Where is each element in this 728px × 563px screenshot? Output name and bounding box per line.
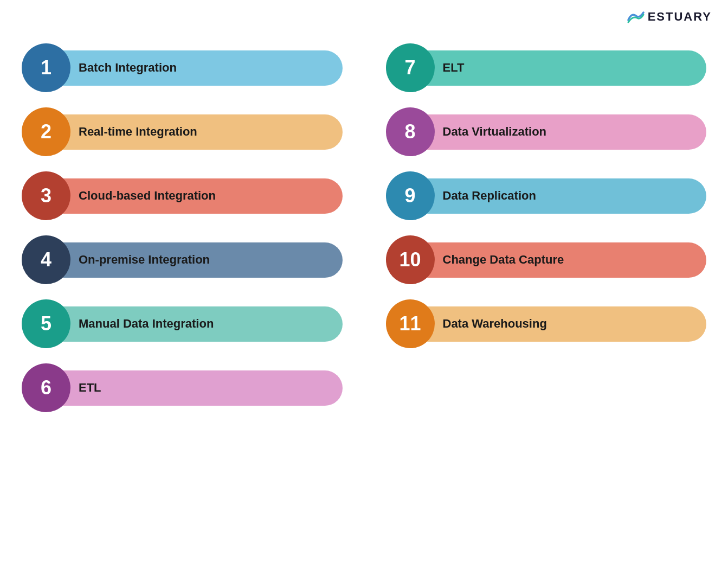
item-number-6: 6 xyxy=(22,363,70,412)
item-label-3: Cloud-based Integration xyxy=(46,178,343,214)
item-number-10: 10 xyxy=(386,235,435,284)
main-content: 1 Batch Integration 2 Real-time Integrat… xyxy=(0,11,728,434)
list-item: 6 ETL xyxy=(22,363,343,412)
item-label-8: Data Virtualization xyxy=(410,114,707,150)
list-item: 9 Data Replication xyxy=(386,171,707,220)
item-number-4: 4 xyxy=(22,235,70,284)
list-item: 4 On-premise Integration xyxy=(22,235,343,284)
estuary-logo-icon xyxy=(627,10,645,23)
list-item: 1 Batch Integration xyxy=(22,43,343,92)
list-item: 10 Change Data Capture xyxy=(386,235,707,284)
logo-text: ESTUARY xyxy=(648,10,712,24)
item-label-5: Manual Data Integration xyxy=(46,306,343,342)
list-item: 5 Manual Data Integration xyxy=(22,299,343,348)
item-number-5: 5 xyxy=(22,299,70,348)
logo: ESTUARY xyxy=(627,10,712,24)
list-item: 8 Data Virtualization xyxy=(386,107,707,156)
item-number-7: 7 xyxy=(386,43,435,92)
item-number-8: 8 xyxy=(386,107,435,156)
left-column: 1 Batch Integration 2 Real-time Integrat… xyxy=(22,43,343,412)
item-label-1: Batch Integration xyxy=(46,50,343,86)
item-label-11: Data Warehousing xyxy=(410,306,707,342)
item-number-2: 2 xyxy=(22,107,70,156)
right-column: 7 ELT 8 Data Virtualization 9 Data Repli… xyxy=(386,43,707,412)
item-number-9: 9 xyxy=(386,171,435,220)
item-number-3: 3 xyxy=(22,171,70,220)
item-label-6: ETL xyxy=(46,370,343,406)
item-label-4: On-premise Integration xyxy=(46,242,343,278)
list-item: 11 Data Warehousing xyxy=(386,299,707,348)
item-label-10: Change Data Capture xyxy=(410,242,707,278)
item-label-9: Data Replication xyxy=(410,178,707,214)
list-item: 2 Real-time Integration xyxy=(22,107,343,156)
list-item: 3 Cloud-based Integration xyxy=(22,171,343,220)
item-label-7: ELT xyxy=(410,50,707,86)
list-item: 7 ELT xyxy=(386,43,707,92)
item-number-11: 11 xyxy=(386,299,435,348)
item-label-2: Real-time Integration xyxy=(46,114,343,150)
item-number-1: 1 xyxy=(22,43,70,92)
